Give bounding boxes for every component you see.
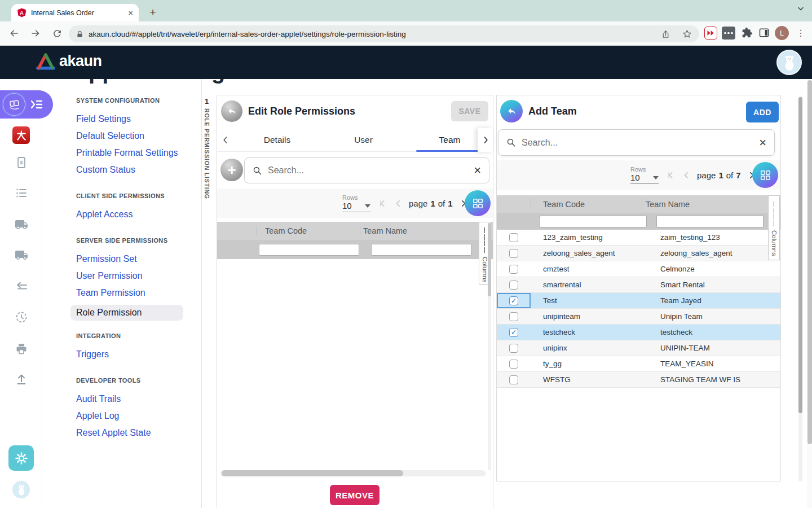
browser-tab[interactable]: A Internal Sales Order ×: [11, 4, 139, 21]
horizontal-scrollbar[interactable]: [220, 470, 486, 476]
akaun-logo[interactable]: akaun: [36, 52, 102, 70]
row-checkbox-cell[interactable]: ✓: [497, 325, 531, 340]
team-code-cell[interactable]: unipinteam: [531, 312, 656, 321]
sidebar-item-permission-set[interactable]: Permission Set: [76, 254, 192, 271]
add-row-button[interactable]: +: [220, 159, 243, 181]
layout-grid-button[interactable]: [752, 162, 778, 188]
sidebar-item-field-settings[interactable]: Field Settings: [76, 114, 192, 131]
filter-team-name-input[interactable]: [371, 244, 471, 256]
rows-per-page[interactable]: Rows 10: [630, 166, 659, 184]
row-checkbox-cell[interactable]: ✓: [497, 230, 531, 245]
team-code-cell[interactable]: ty_gg: [531, 360, 656, 368]
layout-grid-button[interactable]: [465, 190, 491, 216]
save-button[interactable]: SAVE: [451, 101, 488, 121]
collapse-menu-icon[interactable]: [30, 99, 43, 110]
clear-search-icon[interactable]: ×: [474, 164, 481, 177]
tab-list-chevron-icon[interactable]: [796, 5, 805, 14]
prev-page-icon[interactable]: [682, 170, 691, 180]
upload-icon[interactable]: [15, 373, 28, 386]
team-code-cell[interactable]: cmztest: [531, 265, 656, 273]
row-checkbox-cell[interactable]: ✓: [497, 340, 531, 356]
browser-profile-avatar[interactable]: L: [775, 26, 789, 40]
team-row[interactable]: ✓ zeloong_sales_agent zeloong_sales_agen…: [497, 246, 780, 261]
team-code-cell[interactable]: zeloong_sales_agent: [531, 249, 656, 257]
back-button[interactable]: [221, 100, 242, 122]
sidebar-item-applet-log[interactable]: Applet Log: [76, 411, 192, 428]
share-icon[interactable]: [661, 29, 670, 39]
row-checkbox[interactable]: ✓: [509, 312, 518, 321]
clear-search-icon[interactable]: ×: [759, 137, 766, 149]
sidebar-item-triggers[interactable]: Triggers: [76, 349, 192, 366]
team-name-cell[interactable]: UNIPIN-TEAM: [656, 344, 780, 352]
browser-menu-icon[interactable]: ⋮: [796, 27, 805, 40]
row-checkbox-cell[interactable]: ✓: [497, 309, 531, 324]
team-name-cell[interactable]: Unipin Team: [656, 312, 780, 321]
row-checkbox[interactable]: ✓: [509, 375, 518, 384]
team-row[interactable]: ✓ unipinteam Unipin Team: [497, 309, 780, 325]
url-bar[interactable]: akaun.cloud/#/applet/tnt/wavelet/erp/int…: [69, 25, 699, 42]
billing-receipt-icon[interactable]: $: [15, 156, 28, 169]
row-checkbox-cell[interactable]: ✓: [497, 277, 531, 292]
first-page-icon[interactable]: [378, 199, 388, 208]
printer-icon[interactable]: [15, 342, 28, 356]
row-checkbox[interactable]: ✓: [509, 344, 518, 353]
team-code-cell[interactable]: 123_zaim_testing: [531, 233, 656, 242]
tab-close-icon[interactable]: ×: [128, 8, 133, 17]
team-code-cell[interactable]: testcheck: [531, 328, 656, 336]
delivery-truck-icon[interactable]: [15, 218, 28, 231]
tabs-scroll-right-icon[interactable]: [478, 128, 493, 152]
first-page-icon[interactable]: [667, 170, 676, 180]
sidebar-item-printable-format[interactable]: Printable Format Settings: [76, 148, 192, 165]
browser-scrollbar[interactable]: [807, 79, 812, 508]
team-code-cell[interactable]: unipinx: [531, 344, 656, 352]
search-input[interactable]: [522, 138, 753, 148]
tab-user[interactable]: User: [320, 135, 407, 145]
team-search-box[interactable]: ×: [498, 129, 775, 156]
remove-button[interactable]: REMOVE: [330, 485, 379, 505]
sidebar-item-reset-applet-state[interactable]: Reset Applet State: [76, 428, 192, 445]
team-name-cell[interactable]: zaim_testing_123: [656, 233, 780, 242]
row-checkbox[interactable]: ✓: [509, 328, 518, 337]
add-button[interactable]: ADD: [746, 102, 779, 122]
row-checkbox[interactable]: ✓: [509, 296, 518, 305]
sidebar-item-default-selection[interactable]: Default Selection: [76, 131, 192, 148]
prev-page-icon[interactable]: [394, 199, 403, 208]
new-tab-button[interactable]: +: [145, 5, 160, 20]
filter-team-code-input[interactable]: [259, 244, 359, 256]
settings-gear-button[interactable]: [8, 445, 34, 471]
filter-team-name-input[interactable]: [656, 216, 764, 227]
active-applet-pill[interactable]: $: [0, 90, 53, 119]
team-row[interactable]: ✓ 123_zaim_testing zaim_testing_123: [497, 230, 780, 246]
search-input[interactable]: [268, 165, 468, 176]
rows-per-page[interactable]: Rows 10: [342, 194, 370, 212]
return-arrow-icon[interactable]: [15, 280, 28, 294]
row-checkbox[interactable]: ✓: [509, 265, 518, 274]
team-name-cell[interactable]: TEAM_YEASIN: [656, 360, 780, 368]
row-checkbox-cell[interactable]: ✓: [497, 372, 531, 387]
column-header-team-code[interactable]: Team Code: [531, 200, 642, 209]
column-header-team-name[interactable]: Team Name: [642, 200, 690, 209]
team-code-cell[interactable]: Test: [531, 296, 656, 305]
row-checkbox-cell[interactable]: ✓: [497, 261, 531, 277]
team-row[interactable]: ✓ smartrental Smart Rental: [497, 277, 780, 293]
team-row[interactable]: ✓ unipinx UNIPIN-TEAM: [497, 340, 780, 356]
list-menu-icon[interactable]: [15, 186, 28, 200]
team-row[interactable]: ✓ Test Team Jayed: [497, 293, 780, 309]
team-name-cell[interactable]: Celmonze: [656, 265, 780, 273]
row-checkbox[interactable]: ✓: [509, 249, 518, 258]
columns-side-tab[interactable]: Columns: [768, 195, 780, 260]
team-row[interactable]: ✓ WFSTG STAGING TEAM WF IS: [497, 372, 780, 388]
sidebar-item-applet-access[interactable]: Applet Access: [76, 209, 192, 226]
tab-details[interactable]: Details: [234, 135, 320, 145]
extensions-puzzle-icon[interactable]: [741, 27, 753, 39]
row-checkbox-cell[interactable]: ✓: [497, 246, 531, 261]
row-checkbox[interactable]: ✓: [509, 281, 518, 290]
panel-scrollbar[interactable]: [798, 96, 802, 481]
forward-icon[interactable]: [28, 26, 43, 41]
history-clock-icon[interactable]: [15, 310, 28, 324]
column-header-team-code[interactable]: Team Code: [257, 226, 360, 235]
extension-password-icon[interactable]: [722, 27, 735, 40]
vertical-scrollbar[interactable]: [488, 223, 491, 470]
sidebar-item-role-permission[interactable]: Role Permission: [70, 305, 183, 321]
team-name-cell[interactable]: testcheck: [656, 328, 780, 336]
